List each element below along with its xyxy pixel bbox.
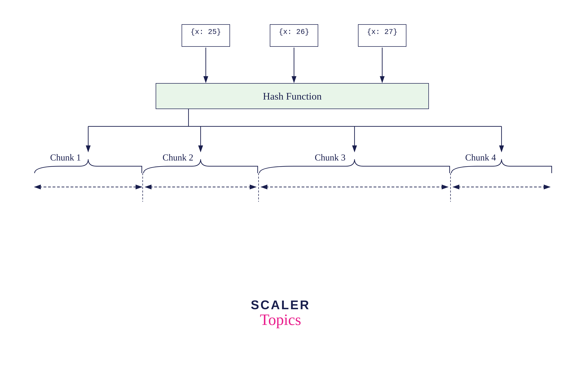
diagram-container: {x: 25} {x: 26} {x: 27} Hash Function Ch… — [0, 0, 588, 375]
diagram-svg — [0, 0, 588, 375]
